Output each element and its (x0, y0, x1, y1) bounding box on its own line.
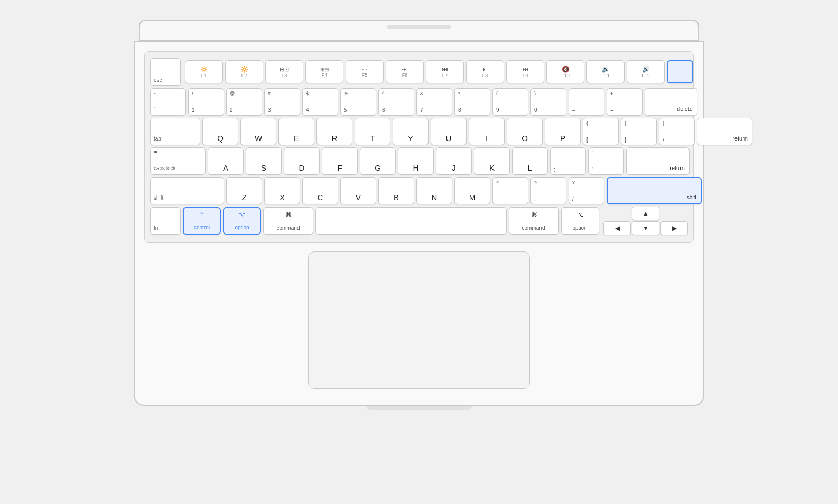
key-option-left[interactable]: ⌥ option (223, 207, 261, 235)
key-i[interactable]: I (469, 118, 505, 145)
key-control[interactable]: ⌃ control (183, 207, 221, 235)
key-arrow-down[interactable]: ▼ (632, 221, 659, 235)
f7-label: F7 (442, 73, 448, 78)
key-return-2[interactable]: return (626, 147, 690, 175)
key-o[interactable]: O (507, 118, 543, 145)
key-l[interactable]: L (512, 147, 548, 175)
key-b[interactable]: B (378, 177, 414, 204)
key-e[interactable]: E (278, 118, 314, 145)
key-8[interactable]: * 8 (454, 88, 490, 116)
key-y[interactable]: Y (393, 118, 429, 145)
key-t[interactable]: T (355, 118, 390, 145)
f10-label: F10 (561, 73, 570, 78)
key2-top: @ (230, 91, 235, 96)
key-f7[interactable]: ⏮ F7 (426, 60, 464, 83)
key-quote[interactable]: " ' (588, 147, 624, 175)
command-left-icon: ⌘ (285, 211, 292, 218)
key-2[interactable]: @ 2 (226, 88, 262, 116)
key-f6[interactable]: ·+· F6 (386, 60, 424, 83)
key-equals[interactable]: + = (607, 88, 643, 116)
f1-label: F1 (201, 73, 207, 78)
key-7[interactable]: & 7 (416, 88, 452, 116)
key-x[interactable]: X (264, 177, 300, 204)
key-0[interactable]: ) 0 (530, 88, 566, 116)
key-9[interactable]: ( 9 (492, 88, 528, 116)
key-p[interactable]: P (545, 118, 581, 145)
key-tilde[interactable]: ~ ` (150, 88, 186, 116)
key-tab[interactable]: tab (150, 118, 200, 145)
key-space[interactable] (315, 207, 507, 235)
key-k[interactable]: K (474, 147, 510, 175)
key-f1[interactable]: 🔅 F1 (185, 60, 223, 83)
key-r[interactable]: R (316, 118, 352, 145)
caps-indicator (154, 151, 157, 153)
key-semicolon[interactable]: : ; (550, 147, 586, 175)
key-z[interactable]: Z (226, 177, 262, 204)
key-comma[interactable]: < , (492, 177, 528, 204)
key-f11[interactable]: 🔉 F11 (586, 60, 625, 83)
key-power[interactable] (667, 60, 693, 83)
key-fn[interactable]: fn (150, 207, 181, 235)
key-arrow-left[interactable]: ◀ (603, 221, 631, 235)
key-minus[interactable]: _ – (569, 88, 604, 116)
key-f3[interactable]: ⊟⊡ F3 (265, 60, 303, 83)
key-c[interactable]: C (302, 177, 338, 204)
key-s[interactable]: S (246, 147, 282, 175)
f5-icon: ·-· (362, 67, 367, 72)
key-arrow-right[interactable]: ▶ (660, 221, 688, 235)
f4-icon: ⊞⊟ (320, 67, 329, 72)
key-arrow-up[interactable]: ▲ (632, 207, 659, 220)
key-f9[interactable]: ⏭ F9 (506, 60, 544, 83)
key-f4[interactable]: ⊞⊟ F4 (305, 60, 343, 83)
key-a[interactable]: A (208, 147, 244, 175)
key-f8[interactable]: ⏯ F8 (466, 60, 504, 83)
number-row: ~ ` ! 1 @ 2 # 3 $ 4 (150, 88, 688, 116)
key-command-left[interactable]: ⌘ command (263, 207, 313, 235)
key-f5[interactable]: ·-· F5 (346, 60, 384, 83)
key-d[interactable]: D (284, 147, 320, 175)
key-f12[interactable]: 🔊 F12 (627, 60, 665, 83)
key-j[interactable]: J (436, 147, 472, 175)
key-esc[interactable]: esc (150, 58, 181, 86)
key-q[interactable]: Q (202, 118, 238, 145)
key-v[interactable]: V (340, 177, 376, 204)
key-f2[interactable]: 🔆 F2 (225, 60, 263, 83)
key-1[interactable]: ! 1 (188, 88, 224, 116)
key-6[interactable]: ^ 6 (378, 88, 414, 116)
bottom-bar (366, 406, 472, 410)
f6-label: F6 (402, 72, 408, 78)
key-shift-left[interactable]: shift (150, 177, 224, 204)
key-w[interactable]: W (240, 118, 276, 145)
key-n[interactable]: N (416, 177, 452, 204)
key-slash[interactable]: ? / (569, 177, 604, 204)
key2-label: 2 (230, 107, 233, 113)
key-capslock[interactable]: caps lock (150, 147, 206, 175)
key-bracket-right[interactable]: } ] (621, 118, 657, 145)
key-option-right[interactable]: ⌥ option (561, 207, 599, 235)
key-5[interactable]: % 5 (340, 88, 376, 116)
caps-label: caps lock (154, 165, 176, 171)
key-g[interactable]: G (360, 147, 396, 175)
key-command-right[interactable]: ⌘ command (509, 207, 559, 235)
key4-label: 4 (306, 107, 309, 113)
key-h[interactable]: H (398, 147, 434, 175)
key-f10[interactable]: 🔇 F10 (546, 60, 584, 83)
key-u[interactable]: U (431, 118, 467, 145)
key-return[interactable]: return (697, 118, 752, 145)
trackpad[interactable] (308, 251, 530, 389)
key9-label: 9 (496, 107, 499, 113)
key-bracket-left[interactable]: { [ (583, 118, 619, 145)
return-label-2: return (669, 165, 685, 171)
key1-top: ! (192, 91, 193, 96)
key-backslash[interactable]: | \ (659, 118, 695, 145)
key-shift-right[interactable]: shift (607, 177, 702, 204)
key-delete[interactable]: delete (645, 88, 697, 116)
key-period[interactable]: > . (530, 177, 566, 204)
key-4[interactable]: $ 4 (302, 88, 338, 116)
key-m[interactable]: M (454, 177, 490, 204)
key-3[interactable]: # 3 (264, 88, 300, 116)
shift-left-label: shift (154, 195, 163, 201)
key-f[interactable]: F (322, 147, 358, 175)
equals-top: + (610, 91, 613, 96)
keyboard: esc 🔅 F1 🔆 F2 ⊟⊡ F3 ⊞⊟ F4 (144, 51, 694, 243)
